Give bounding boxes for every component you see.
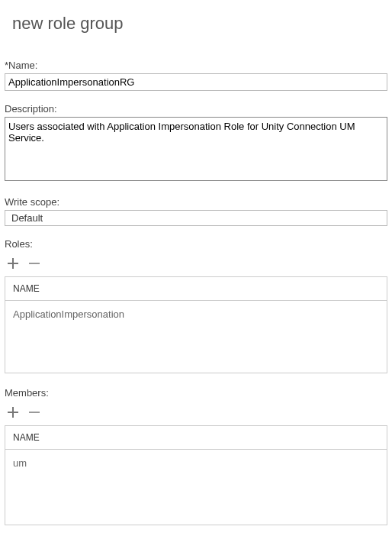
name-label: *Name: (5, 60, 387, 71)
members-table: NAME um (5, 425, 387, 525)
page-title: new role group (12, 14, 387, 34)
roles-list-body[interactable]: ApplicationImpersonation (5, 301, 387, 373)
roles-table: NAME ApplicationImpersonation (5, 276, 387, 373)
write-scope-label: Write scope: (5, 196, 387, 208)
members-column-header: NAME (5, 426, 387, 450)
table-row[interactable]: ApplicationImpersonation (13, 307, 379, 321)
members-list-body[interactable]: um (5, 450, 387, 525)
members-add-button[interactable] (6, 405, 20, 419)
plus-icon (7, 406, 19, 418)
name-input[interactable] (5, 73, 387, 91)
minus-icon (28, 406, 40, 418)
members-remove-button[interactable] (27, 405, 41, 419)
minus-icon (28, 257, 40, 270)
plus-icon (7, 257, 19, 270)
roles-column-header: NAME (5, 277, 387, 301)
roles-remove-button[interactable] (27, 257, 41, 270)
members-label: Members: (5, 387, 387, 399)
roles-label: Roles: (5, 238, 387, 250)
roles-add-button[interactable] (6, 257, 20, 270)
description-textarea[interactable]: Users associated with Application Impers… (5, 117, 387, 181)
table-row[interactable]: um (13, 456, 379, 470)
description-label: Description: (5, 103, 387, 115)
write-scope-select[interactable]: Default (5, 210, 387, 226)
